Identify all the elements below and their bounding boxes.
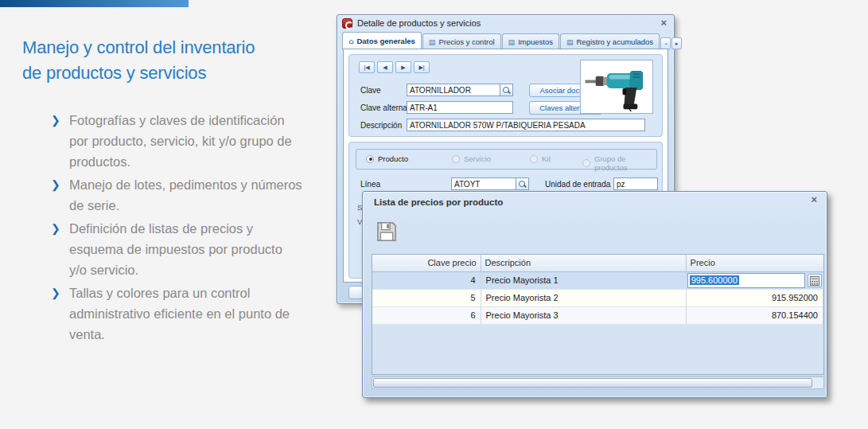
radio-icon	[582, 159, 590, 167]
clave-field-group: ATORNILLADOR	[407, 84, 513, 96]
radio-label: Kit	[542, 154, 551, 163]
radio-producto[interactable]: Producto	[366, 154, 408, 163]
radio-kit[interactable]: Kit	[530, 154, 551, 163]
last-record-button[interactable]: ▶|	[414, 61, 430, 73]
tab-precios-y-control[interactable]: ▤ Precios y control	[422, 33, 501, 49]
clave-alterna-label: Clave alterna	[360, 103, 407, 112]
horizontal-scrollbar[interactable]	[372, 376, 824, 389]
register-doc-icon: ▤	[566, 38, 574, 46]
cell-descripcion: Precio Mayorista 1	[481, 272, 687, 290]
chevron-icon: ❯	[51, 174, 60, 195]
radio-grupo-de-productos[interactable]: Grupo de productos	[582, 154, 656, 172]
next-record-button[interactable]: ▶	[395, 61, 411, 73]
linea-field-group: ATOYT	[451, 177, 529, 190]
chevron-icon: ❯	[51, 218, 60, 239]
product-photo	[580, 60, 653, 114]
radio-label: Servicio	[464, 154, 491, 163]
window-title: Lista de precios por producto	[374, 197, 503, 207]
list-item-text: Fotografías y claves de identificación p…	[69, 113, 292, 169]
tab-impuestos[interactable]: ▤ Impuestos	[502, 33, 559, 49]
table-header: Clave precio Descripción Precio	[372, 255, 823, 272]
calculator-button[interactable]	[808, 274, 822, 287]
close-icon[interactable]: ×	[808, 193, 820, 205]
table-row[interactable]: 6 Precio Mayorista 3 870.154400	[372, 307, 823, 325]
linea-input[interactable]: ATOYT	[451, 177, 516, 190]
tab-label: Impuestos	[518, 37, 553, 46]
list-item: ❯ Definición de listas de precios y esqu…	[51, 218, 302, 280]
list-item: ❯ Tallas y colores para un control admin…	[51, 283, 302, 345]
home-icon: ⌂	[348, 37, 353, 45]
save-button[interactable]	[374, 219, 399, 244]
chevron-icon: ❯	[51, 110, 60, 131]
identification-panel: |◀ ◀ ▶ ▶| Clave ATORNILLADOR Asociar doc…	[348, 54, 663, 137]
search-icon[interactable]	[500, 84, 513, 96]
radio-icon	[452, 155, 460, 163]
descripcion-input[interactable]: ATORNILLADOR 570W P/TABIQUERIA PESADA	[407, 119, 645, 131]
product-window-titlebar: Detalle de productos y servicios ×	[337, 15, 674, 31]
accent-bar	[0, 0, 189, 7]
unidad-entrada-input[interactable]: pz	[613, 177, 658, 190]
tab-scroll-left-icon[interactable]: ◄	[660, 37, 671, 49]
radio-selected-icon	[366, 155, 374, 163]
tab-datos-generales[interactable]: ⌂ Datos generales	[342, 32, 422, 49]
tab-registro-y-acumulados[interactable]: ▤ Registro y acumulados	[560, 33, 660, 49]
page-title: Manejo y control del inventario de produ…	[22, 35, 309, 86]
column-header-descripcion[interactable]: Descripción	[481, 255, 687, 271]
cell-clave: 6	[372, 307, 481, 325]
selected-text: 995.600000	[690, 275, 739, 285]
descripcion-label: Descripción	[360, 121, 402, 130]
price-input[interactable]: 995.600000	[687, 273, 805, 288]
tab-strip: ⌂ Datos generales ▤ Precios y control ▤ …	[342, 32, 669, 49]
price-window-titlebar: Lista de precios por producto ×	[363, 192, 827, 213]
window-title: Detalle de productos y servicios	[357, 18, 481, 28]
cell-clave: 5	[372, 290, 481, 307]
price-table: Clave precio Descripción Precio 4 Precio…	[372, 254, 824, 375]
app-icon	[342, 18, 352, 29]
close-icon[interactable]: ×	[657, 17, 670, 29]
page: Manejo y control del inventario de produ…	[0, 0, 868, 429]
intro-section: Manejo y control del inventario de produ…	[22, 35, 309, 347]
table-row[interactable]: 4 Precio Mayorista 1 995.600000	[372, 272, 823, 290]
tab-label: Precios y control	[438, 37, 494, 46]
price-list-window: Lista de precios por producto × Clave pr…	[362, 191, 827, 398]
radio-label: Grupo de productos	[594, 154, 656, 172]
drill-image	[582, 62, 651, 111]
list-item-text: Tallas y colores para un control adminis…	[69, 286, 290, 341]
calculator-icon	[810, 276, 819, 286]
radio-icon	[530, 155, 538, 163]
tab-scroll-arrows: ◄ ►	[660, 37, 682, 49]
page-title-line2: de productos y servicios	[22, 63, 206, 83]
list-item-text: Manejo de lotes, pedimentos y números de…	[69, 177, 302, 213]
clave-input[interactable]: ATORNILLADOR	[407, 84, 500, 96]
cell-descripcion: Precio Mayorista 2	[481, 290, 687, 307]
price-doc-icon: ▤	[429, 38, 436, 46]
column-header-precio[interactable]: Precio	[687, 255, 823, 271]
cell-precio: 870.154400	[687, 307, 823, 325]
unidad-entrada-label: Unidad de entrada	[545, 180, 610, 189]
table-row[interactable]: 5 Precio Mayorista 2 915.952000	[372, 290, 823, 307]
page-title-line1: Manejo y control del inventario	[22, 37, 255, 57]
clave-alterna-input[interactable]: ATR-A1	[407, 101, 513, 114]
tab-label: Registro y acumulados	[576, 37, 653, 46]
cell-descripcion: Precio Mayorista 3	[481, 307, 687, 325]
linea-label: Línea	[360, 180, 380, 189]
search-icon[interactable]	[516, 177, 529, 190]
previous-record-button[interactable]: ◀	[377, 61, 393, 73]
feature-list: ❯ Fotografías y claves de identificación…	[51, 110, 302, 345]
product-type-radiogroup: Producto Servicio Kit Grupo de productos	[356, 149, 657, 170]
tab-label: Datos generales	[356, 37, 415, 45]
tab-scroll-right-icon[interactable]: ►	[671, 37, 682, 49]
first-record-button[interactable]: |◀	[359, 61, 375, 73]
scrollbar-thumb[interactable]	[373, 378, 812, 388]
chevron-icon: ❯	[51, 283, 60, 303]
list-item: ❯ Manejo de lotes, pedimentos y números …	[51, 174, 302, 216]
cell-precio-editor: 995.600000	[687, 272, 823, 290]
record-navigator: |◀ ◀ ▶ ▶|	[359, 61, 430, 73]
column-header-clave-precio[interactable]: Clave precio	[372, 255, 481, 271]
save-floppy-icon	[376, 220, 398, 243]
radio-servicio[interactable]: Servicio	[452, 154, 491, 163]
list-item-text: Definición de listas de precios y esquem…	[69, 221, 282, 277]
radio-label: Producto	[378, 154, 408, 163]
list-item: ❯ Fotografías y claves de identificación…	[51, 110, 302, 172]
cell-precio: 915.952000	[687, 290, 823, 307]
